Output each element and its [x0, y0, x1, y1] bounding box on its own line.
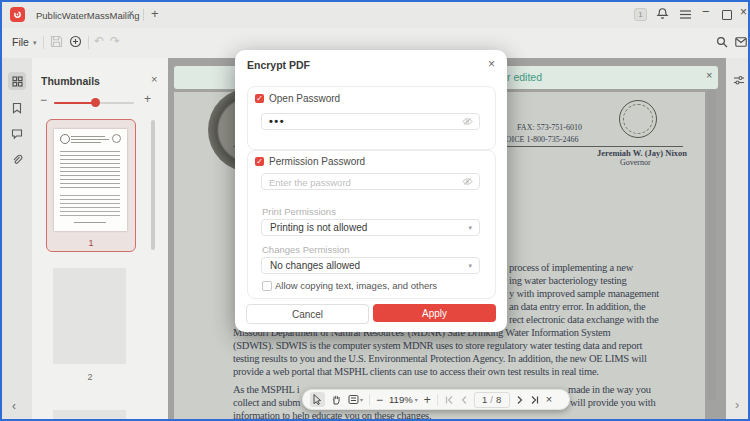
- body-line-fragment: information to help educate you on these…: [233, 410, 431, 421]
- select-tool-icon[interactable]: [310, 392, 325, 407]
- show-password-icon[interactable]: [462, 117, 473, 126]
- main-menu-icon[interactable]: [679, 9, 692, 20]
- redo-icon[interactable]: ↷: [110, 35, 120, 47]
- thumbnail-page-2[interactable]: 2: [46, 261, 134, 388]
- right-rail: ›: [726, 58, 750, 421]
- permission-password-placeholder: Enter the password: [269, 177, 351, 188]
- tab-close-icon[interactable]: ×: [128, 9, 134, 19]
- toolbar-close-icon[interactable]: ×: [546, 394, 552, 405]
- print-permissions-select[interactable]: Printing is not allowed ▾: [261, 219, 480, 236]
- view-settings-icon[interactable]: [733, 74, 745, 86]
- page-separator: /: [490, 394, 493, 405]
- thumbnail-2-preview: [53, 268, 126, 364]
- thumbnail-page-1[interactable]: 1: [46, 119, 136, 252]
- tab-divider: [143, 9, 144, 21]
- current-page: 1: [482, 394, 487, 405]
- collapse-sidebar-icon[interactable]: ‹: [12, 400, 16, 412]
- body-line-fragment: process of implementing a new: [509, 262, 633, 273]
- next-page-icon[interactable]: [516, 395, 524, 405]
- zoom-out-button[interactable]: −: [376, 394, 383, 406]
- last-page-icon[interactable]: [530, 395, 540, 405]
- left-icon-rail: ‹: [2, 58, 32, 421]
- thumbnails-panel: Thumbnails × − + 1 2: [32, 58, 169, 421]
- open-password-card: ✓ Open Password •••: [247, 86, 496, 150]
- previous-page-icon[interactable]: [460, 395, 468, 405]
- body-line: provide a web portal that MSPHL clients …: [233, 366, 599, 377]
- app-window: PublicWaterMassMailing × + 1 − × File ▾ …: [0, 0, 750, 421]
- panel-scrollbar[interactable]: [151, 120, 155, 250]
- allow-copy-checkbox[interactable]: [262, 281, 272, 291]
- body-line-fragment: rect electronic data exchange with the: [509, 314, 658, 325]
- page-toolbar: ▾ − 119% ▾ + 1 / 8 ×: [302, 389, 570, 410]
- letter-voice-line: VOICE 1-800-735-2466: [500, 135, 578, 144]
- open-password-input[interactable]: •••: [261, 113, 480, 130]
- bookmarks-panel-icon[interactable]: [11, 102, 23, 114]
- print-permissions-value: Printing is not allowed: [270, 222, 367, 233]
- total-pages: 8: [496, 394, 501, 405]
- permission-password-input[interactable]: Enter the password: [261, 173, 480, 190]
- signer-title: Governor: [620, 158, 651, 167]
- account-badge[interactable]: 1: [634, 8, 647, 21]
- allow-copy-label[interactable]: Allow copying text, images, and others: [275, 280, 437, 291]
- dialog-title: Encrypt PDF: [247, 59, 310, 71]
- toolbar-divider: [88, 36, 89, 49]
- body-line-fragment: made in the way you: [568, 384, 651, 395]
- new-tab-button[interactable]: +: [151, 7, 159, 20]
- letter-fax-line: FAX: 573-751-6010: [517, 123, 582, 132]
- first-page-icon[interactable]: [444, 395, 454, 405]
- thumbnail-page-3[interactable]: [46, 398, 134, 421]
- panel-close-icon[interactable]: ×: [151, 74, 157, 85]
- body-line-fragment: y with improved sample management: [509, 288, 659, 299]
- document-scrollbar[interactable]: [707, 90, 716, 400]
- slider-knob[interactable]: [91, 98, 100, 107]
- undo-icon[interactable]: ↶: [94, 35, 104, 47]
- show-password-icon[interactable]: [462, 177, 473, 186]
- zoom-in-button[interactable]: +: [424, 394, 431, 406]
- attachments-panel-icon[interactable]: [11, 154, 23, 166]
- zoom-level-select[interactable]: 119% ▾: [389, 394, 418, 405]
- toolbar-divider: [369, 394, 370, 406]
- banner-close-icon[interactable]: ×: [706, 70, 712, 81]
- banner-text-fragment: r edited: [507, 71, 542, 83]
- save-icon[interactable]: [50, 35, 63, 48]
- comments-panel-icon[interactable]: [11, 128, 23, 140]
- expand-right-panel-icon[interactable]: ›: [735, 398, 739, 411]
- panel-title: Thumbnails: [41, 75, 100, 87]
- notifications-bell-icon[interactable]: [656, 7, 669, 20]
- minimize-button[interactable]: −: [702, 5, 710, 18]
- toolbar-divider: [437, 394, 438, 406]
- thumbnails-panel-icon[interactable]: [8, 72, 26, 90]
- thumbnail-2-number: 2: [46, 372, 134, 382]
- body-line-fragment: As the MSPHL i: [233, 384, 299, 395]
- changes-permission-label: Changes Permission: [262, 244, 350, 255]
- body-line-fragment: will provide you with: [570, 397, 655, 408]
- app-logo-icon: [10, 7, 25, 22]
- apply-button[interactable]: Apply: [373, 304, 496, 322]
- search-icon[interactable]: [716, 36, 728, 48]
- hand-tool-icon[interactable]: [331, 394, 342, 405]
- tab-title[interactable]: PublicWaterMassMailing: [36, 10, 140, 21]
- print-icon[interactable]: [69, 35, 82, 48]
- mail-icon[interactable]: [735, 37, 747, 47]
- zoom-level-value: 119%: [389, 394, 413, 405]
- chevron-down-icon: ▾: [468, 262, 472, 269]
- thumbnail-3-preview: [53, 410, 126, 421]
- page-view-mode-icon[interactable]: ▾: [348, 394, 363, 405]
- maximize-button[interactable]: [722, 10, 732, 20]
- cancel-button[interactable]: Cancel: [246, 304, 369, 324]
- permission-password-checkbox[interactable]: ✓: [255, 157, 264, 166]
- page-number-box[interactable]: 1 / 8: [474, 392, 510, 408]
- dialog-close-icon[interactable]: ×: [488, 58, 495, 70]
- open-password-label: Open Password: [269, 93, 340, 104]
- file-menu[interactable]: File: [12, 36, 29, 48]
- open-password-checkbox[interactable]: ✓: [255, 94, 264, 103]
- thumbnail-1-preview: [54, 129, 127, 231]
- changes-permission-select[interactable]: No changes allowed ▾: [261, 257, 480, 274]
- thumbnail-zoom-in[interactable]: +: [144, 93, 151, 105]
- thumbnail-zoom-out[interactable]: −: [40, 94, 47, 106]
- body-line-fragment: ing water bacteriology testing: [509, 275, 627, 286]
- body-line-fragment: an data entry error. In addition, the: [509, 301, 646, 312]
- open-password-value: •••: [269, 115, 285, 127]
- close-window-button[interactable]: ×: [740, 6, 747, 18]
- print-permissions-label: Print Permissions: [262, 206, 336, 217]
